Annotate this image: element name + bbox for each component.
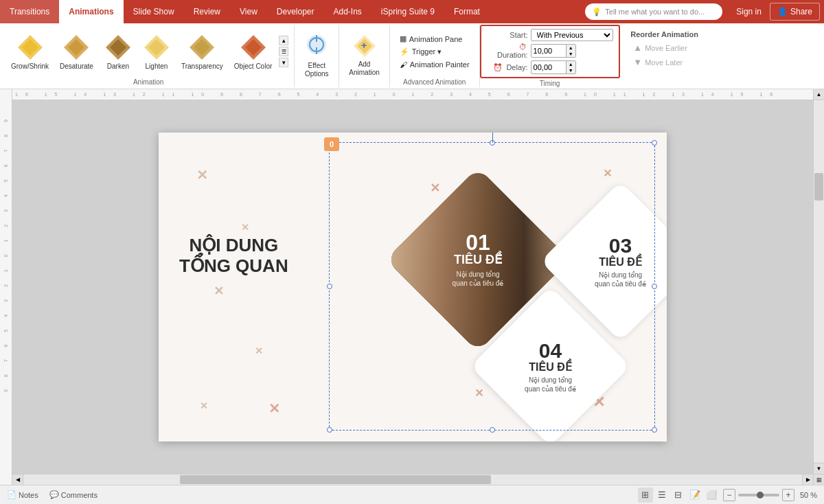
tab-addins[interactable]: Add-Ins [324,0,371,23]
move-earlier-button: ▲ Move Earlier [630,41,698,54]
duration-spinners: ▲ ▼ [566,45,575,57]
zoom-in-button[interactable]: + [782,489,794,501]
scroll-right-button[interactable]: ▶ [802,474,813,485]
anim-transparency-label: Transparency [181,62,223,70]
scroll-up-arrow[interactable]: ▲ [279,36,288,45]
card-04-title: TIÊU ĐỀ [503,360,599,373]
scroll-left-button[interactable]: ◀ [12,474,23,485]
animation-painter-button[interactable]: 🖌 Animation Painter [397,59,472,70]
effect-options-group: EffectOptions [295,25,339,87]
anim-darken[interactable]: Darken [100,32,136,72]
v-scroll-thumb[interactable] [814,173,823,201]
notes-view-button[interactable]: 📝 [687,488,702,503]
lighten-icon [143,34,170,61]
animation-pane-button[interactable]: ▦ Animation Pane [397,33,472,45]
animation-list: Grow/Shrink Desaturate Darken [7,32,276,72]
tab-ispring[interactable]: iSpring Suite 9 [371,0,444,23]
zoom-thumb [757,492,764,499]
tab-format[interactable]: Format [444,0,490,23]
delay-input-wrap: 00,00 ▲ ▼ [531,60,576,74]
noi-dung-line2: TỔNG QUAN [179,256,288,277]
move-later-icon: ▼ [633,57,642,67]
start-select[interactable]: With Previous On Click After Previous [531,29,613,41]
status-right: ⊞ ☰ ⊟ 📝 ⬜ − + 50 % [638,488,817,503]
scroll-down-arrow[interactable]: ▼ [279,58,288,67]
tab-review[interactable]: Review [184,0,230,23]
cross-4: ✕ [255,345,263,356]
zoom-fit-button[interactable]: ⊞ [814,474,825,485]
animation-pane-icon: ▦ [400,34,407,43]
tab-slideshow[interactable]: Slide Show [124,0,184,23]
ribbon-content: Grow/Shrink Desaturate Darken [0,23,824,89]
anim-desaturate-label: Desaturate [60,62,93,70]
share-button[interactable]: 👤 Share [770,3,820,21]
card-01-desc: Nội dung tổng quan của tiêu đề [423,270,533,288]
grow-shrink-icon [16,34,44,61]
slide-canvas[interactable]: ✕ ✕ ✕ ✕ ✕ ✕ ✕ ✕ ✕ ✕ ✕ ✕ NỘI DUNG TỔNG QU… [12,100,813,474]
trigger-button[interactable]: ⚡ Trigger ▾ [397,46,472,58]
zoom-percent: 50 % [800,491,817,499]
add-animation-button[interactable]: + AddAnimation [343,31,385,80]
animation-items: Grow/Shrink Desaturate Darken [7,26,290,77]
notes-button[interactable]: 📄 Notes [7,490,38,499]
trigger-icon: ⚡ [400,47,409,56]
zoom-out-button[interactable]: − [723,489,735,501]
card-04-content: 04 TIÊU ĐỀ Nội dung tổng quan của tiêu đ… [503,340,599,393]
slide: ✕ ✕ ✕ ✕ ✕ ✕ ✕ ✕ ✕ ✕ ✕ ✕ NỘI DUNG TỔNG QU… [159,133,667,442]
outline-view-button[interactable]: ☰ [654,488,670,503]
effect-options-button[interactable]: EffectOptions [299,30,334,81]
h-scroll-thumb[interactable] [180,475,492,484]
zoom-slider[interactable] [738,494,779,496]
delay-spin-up[interactable]: ▲ [566,61,575,67]
tab-row: Transitions Animations Slide Show Review… [0,0,824,23]
tab-view[interactable]: View [230,0,267,23]
anim-desaturate[interactable]: Desaturate [56,32,98,72]
tab-transitions[interactable]: Transitions [0,0,59,23]
view-buttons: ⊞ ☰ ⊟ 📝 ⬜ [638,488,719,503]
anim-lighten[interactable]: Lighten [139,32,174,72]
cross-5: ✕ [200,400,208,411]
duration-spin-up[interactable]: ▲ [566,45,575,51]
anim-object-color[interactable]: Object Color [230,32,277,72]
duration-spin-down[interactable]: ▼ [566,51,575,57]
desaturate-icon [62,34,90,61]
noi-dung-text: NỘI DUNG TỔNG QUAN [179,236,288,277]
delay-input[interactable]: 00,00 [531,62,566,72]
effect-options-icon [304,32,329,62]
scroll-mid-arrow[interactable]: ☰ [279,47,288,56]
duration-input[interactable]: 10,00 [531,46,566,56]
scroll-down-button[interactable]: ▼ [814,463,825,474]
timing-group-label: Timing [540,78,560,87]
comments-button[interactable]: 💬 Comments [49,490,98,499]
delay-spin-down[interactable]: ▼ [566,67,575,73]
notes-label: Notes [19,491,38,499]
darken-icon [104,34,132,61]
scroll-up-button[interactable]: ▲ [814,89,825,100]
object-color-icon [240,34,267,61]
cross-6: ✕ [268,400,280,417]
search-box[interactable]: 💡 Tell me what you want to do... [585,3,722,20]
tab-developer[interactable]: Developer [267,0,324,23]
card-01-content: 01 TIÊU ĐỀ Nội dung tổng quan của tiêu đ… [423,231,533,288]
card-01-num: 01 [423,231,533,253]
animation-badge: 0 [324,137,339,151]
horizontal-scrollbar[interactable]: ◀ ▶ [12,474,813,485]
slide-sorter-button[interactable]: ⊟ [671,488,686,503]
anim-transparency[interactable]: Transparency [177,32,227,72]
signin-button[interactable]: Sign in [728,0,770,23]
vertical-scrollbar[interactable]: ▲ ▼ ⊞ [813,89,824,485]
anim-grow-shrink[interactable]: Grow/Shrink [7,32,53,72]
start-row: Start: With Previous On Click After Prev… [487,29,613,41]
reorder-group: Reorder Animation ▲ Move Earlier ▼ Move … [620,25,709,87]
delay-spinners: ▲ ▼ [566,61,575,73]
cross-2: ✕ [241,222,249,233]
cross-12: ✕ [474,387,483,400]
comments-label: Comments [61,491,98,499]
horizontal-ruler: 16 15 14 13 12 11 10 9 8 7 6 5 4 3 2 1 0… [12,89,813,100]
tab-animations[interactable]: Animations [59,0,123,23]
animation-painter-icon: 🖌 [400,60,407,69]
noi-dung-line1: NỘI DUNG [179,236,288,256]
reading-view-button[interactable]: ⬜ [704,488,719,503]
advanced-animation-label: Advanced Animation [403,77,466,86]
normal-view-button[interactable]: ⊞ [638,488,653,503]
